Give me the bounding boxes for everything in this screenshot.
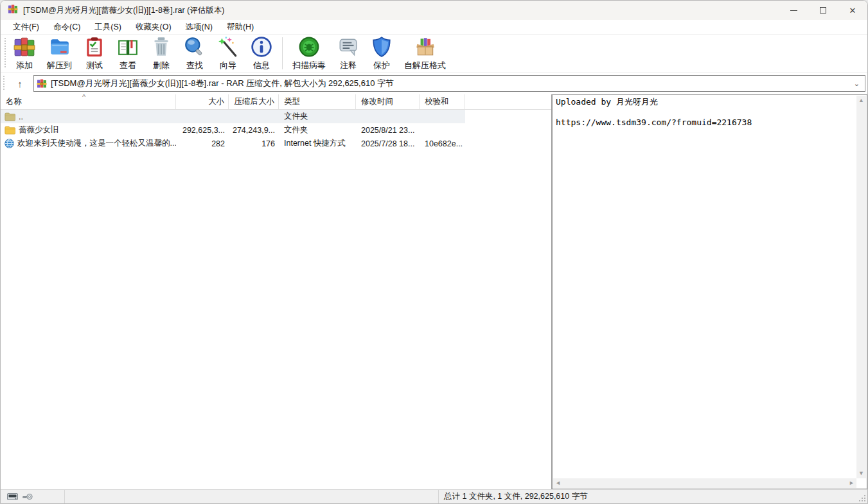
minimize-button[interactable] xyxy=(779,1,808,20)
view-book-icon xyxy=(117,36,139,58)
row-modified: 2025/8/21 23... xyxy=(356,126,420,135)
row-packed: 274,243,9... xyxy=(229,126,279,135)
up-arrow-icon: ↑ xyxy=(17,78,22,89)
up-button[interactable]: ↑ xyxy=(12,75,28,92)
globe-icon xyxy=(4,139,14,148)
table-row-parent-dir[interactable]: .. 文件夹 xyxy=(1,110,551,123)
extract-to-button[interactable]: 解压到 xyxy=(41,35,78,71)
menu-help[interactable]: 帮助(H) xyxy=(220,20,261,35)
comment-button[interactable]: 注释 xyxy=(332,35,365,71)
archive-path-text: [TSDM@月光呀月光][蔷薇少女(旧)][1-8卷].rar - RAR 压缩… xyxy=(51,78,851,89)
key-icon xyxy=(22,493,33,500)
column-header-checksum[interactable]: 校验和 xyxy=(420,94,465,109)
scroll-left-icon[interactable]: ◄ xyxy=(553,478,563,488)
test-clipboard-icon xyxy=(84,36,105,58)
column-header-name[interactable]: 名称 ^ xyxy=(1,94,176,109)
column-name-label: 名称 xyxy=(6,96,22,107)
window-controls: ✕ xyxy=(779,1,867,20)
addressbar: ↑ [TSDM@月光呀月光][蔷薇少女(旧)][1-8卷].rar - RAR … xyxy=(1,73,867,94)
winrar-add-icon xyxy=(13,36,35,58)
test-button[interactable]: 测试 xyxy=(78,35,111,71)
scroll-right-icon[interactable]: ► xyxy=(847,478,856,488)
delete-trash-icon xyxy=(150,36,172,58)
row-name: 欢迎来到天使动漫，这是一个轻松又温馨的... xyxy=(17,138,176,149)
row-type: 文件夹 xyxy=(279,111,356,122)
toolbar-grip[interactable] xyxy=(4,38,6,69)
info-label: 信息 xyxy=(253,60,270,71)
scroll-down-icon[interactable]: ▼ xyxy=(856,469,866,478)
statusbar-totals: 总计 1 文件夹, 1 文件, 292,625,610 字节 xyxy=(439,491,588,502)
row-name: 蔷薇少女旧 xyxy=(19,125,59,135)
address-combobox[interactable]: [TSDM@月光呀月光][蔷薇少女(旧)][1-8卷].rar - RAR 压缩… xyxy=(33,75,865,92)
row-size: 292,625,3... xyxy=(176,126,229,135)
wizard-button[interactable]: 向导 xyxy=(211,35,245,71)
row-checksum: 10e682e... xyxy=(420,139,465,148)
delete-button[interactable]: 删除 xyxy=(145,35,178,71)
comment-label: 注释 xyxy=(340,60,357,71)
menu-options[interactable]: 选项(N) xyxy=(179,20,220,35)
virus-scan-button[interactable]: 扫描病毒 xyxy=(287,35,332,71)
resize-grip[interactable] xyxy=(859,495,865,501)
info-button[interactable]: 信息 xyxy=(245,35,278,71)
protect-label: 保护 xyxy=(373,60,390,71)
minimize-icon xyxy=(790,10,797,11)
extract-to-label: 解压到 xyxy=(47,60,72,71)
virus-scan-icon xyxy=(298,36,320,58)
row-type: 文件夹 xyxy=(279,125,356,135)
find-label: 查找 xyxy=(186,60,203,71)
protect-shield-icon xyxy=(371,36,393,58)
column-header-size[interactable]: 大小 xyxy=(176,94,229,109)
winrar-logo-icon xyxy=(8,4,18,17)
comment-vertical-scrollbar[interactable]: ▲ ▼ xyxy=(856,96,866,478)
delete-label: 删除 xyxy=(153,60,170,71)
menu-file[interactable]: 文件(F) xyxy=(6,20,46,35)
find-button[interactable]: 查找 xyxy=(178,35,211,71)
wizard-label: 向导 xyxy=(220,60,236,71)
statusbar-message-area xyxy=(65,490,439,503)
add-button[interactable]: 添加 xyxy=(8,35,41,71)
column-header-packed[interactable]: 压缩后大小 xyxy=(229,94,279,109)
file-list-header: 名称 ^ 大小 压缩后大小 类型 修改时间 校验和 xyxy=(1,94,551,110)
extract-folder-icon xyxy=(49,36,71,58)
winrar-window: [TSDM@月光呀月光][蔷薇少女(旧)][1-8卷].rar (评估版本) ✕… xyxy=(0,0,868,504)
maximize-icon xyxy=(820,7,826,13)
close-button[interactable]: ✕ xyxy=(838,1,867,20)
column-header-type[interactable]: 类型 xyxy=(279,94,356,109)
folder-up-icon xyxy=(4,112,15,121)
row-type: Internet 快捷方式 xyxy=(279,138,356,149)
table-row-shortcut[interactable]: 欢迎来到天使动漫，这是一个轻松又温馨的... 282 176 Internet … xyxy=(1,137,551,150)
menubar: 文件(F) 命令(C) 工具(S) 收藏夹(O) 选项(N) 帮助(H) xyxy=(1,20,867,35)
file-list-panel: 名称 ^ 大小 压缩后大小 类型 修改时间 校验和 xyxy=(1,94,552,489)
comment-bubble-icon xyxy=(337,36,359,58)
column-header-modified[interactable]: 修改时间 xyxy=(356,94,420,109)
row-packed: 176 xyxy=(229,139,279,148)
sfx-label: 自解压格式 xyxy=(404,60,446,71)
menu-commands[interactable]: 命令(C) xyxy=(46,20,87,35)
row-modified: 2025/7/28 18... xyxy=(356,139,420,148)
maximize-button[interactable] xyxy=(808,1,838,20)
statusbar-left xyxy=(1,490,65,503)
sfx-button[interactable]: 自解压格式 xyxy=(398,35,452,71)
info-circle-icon xyxy=(251,36,272,58)
archive-file-icon xyxy=(37,78,47,89)
row-size: 282 xyxy=(176,139,229,148)
column-header-filler xyxy=(465,94,551,109)
comment-panel: Uploaded by 月光呀月光 https://www.tsdm39.com… xyxy=(552,94,867,489)
chevron-down-icon[interactable]: ⌄ xyxy=(851,80,862,88)
toolbar: 添加 解压到 xyxy=(1,35,867,73)
scroll-up-icon[interactable]: ▲ xyxy=(856,96,866,105)
archive-comment-text: Uploaded by 月光呀月光 https://www.tsdm39.com… xyxy=(553,95,867,130)
view-button[interactable]: 查看 xyxy=(111,35,145,71)
sort-ascending-icon: ^ xyxy=(82,93,85,101)
comment-horizontal-scrollbar[interactable]: ◄ ► xyxy=(553,478,856,488)
menu-tools[interactable]: 工具(S) xyxy=(87,20,128,35)
table-row-folder[interactable]: 蔷薇少女旧 292,625,3... 274,243,9... 文件夹 2025… xyxy=(1,123,551,137)
sfx-box-icon xyxy=(414,36,436,58)
protect-button[interactable]: 保护 xyxy=(365,35,398,71)
menu-favorites[interactable]: 收藏夹(O) xyxy=(128,20,179,35)
virus-scan-label: 扫描病毒 xyxy=(292,60,326,71)
add-label: 添加 xyxy=(16,60,33,71)
folder-icon xyxy=(4,126,15,135)
addressbar-grip[interactable] xyxy=(3,76,4,91)
statusbar: 总计 1 文件夹, 1 文件, 292,625,610 字节 xyxy=(1,489,867,503)
